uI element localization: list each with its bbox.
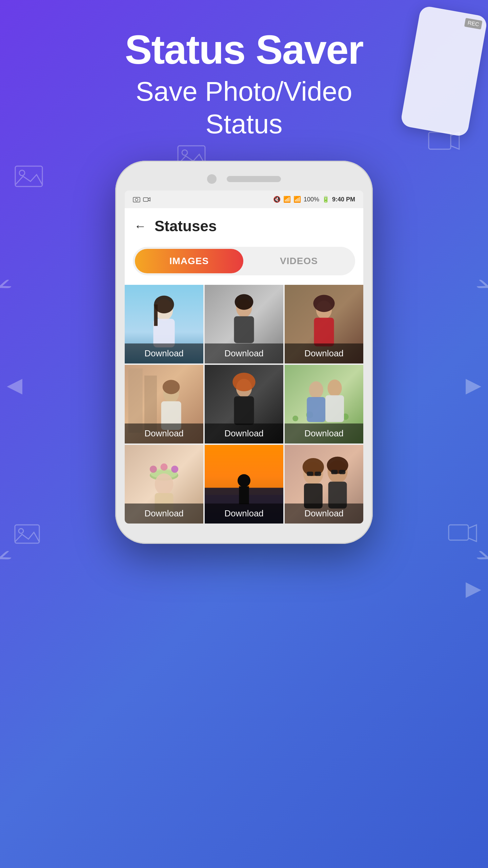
download-btn-8[interactable]: Download xyxy=(205,504,283,524)
video-icon-bottom-right xyxy=(447,522,478,546)
status-bar: 🔇 📶 📶 100% 🔋 9:40 PM xyxy=(125,191,363,208)
scissors-icon-right: ✂ xyxy=(471,268,488,305)
svg-rect-47 xyxy=(307,472,313,476)
svg-point-42 xyxy=(238,474,250,487)
phone-outer-shell: 🔇 📶 📶 100% 🔋 9:40 PM ← Statuses IMAGES V… xyxy=(115,161,373,544)
battery-icon: 🔋 xyxy=(322,196,329,203)
svg-point-3 xyxy=(182,150,187,155)
svg-rect-16 xyxy=(314,318,334,346)
play-icon-bottom-right: ▶ xyxy=(466,576,481,600)
svg-point-29 xyxy=(309,381,323,399)
white-phone-decoration: REC xyxy=(400,5,488,137)
svg-point-26 xyxy=(292,416,298,421)
svg-rect-53 xyxy=(339,470,345,474)
status-info-right: 🔇 📶 📶 100% 🔋 9:40 PM xyxy=(273,196,355,203)
download-btn-3[interactable]: Download xyxy=(285,343,363,363)
status-icons-left xyxy=(133,196,150,202)
grid-item-6[interactable]: Download xyxy=(285,365,363,443)
play-icon-left: ◀ xyxy=(7,373,22,397)
battery-percent: 100% xyxy=(304,196,319,203)
svg-rect-43 xyxy=(239,486,249,504)
svg-rect-54 xyxy=(15,525,39,543)
download-btn-2[interactable]: Download xyxy=(205,343,283,363)
svg-rect-52 xyxy=(331,470,338,474)
status-photo-icon xyxy=(133,196,140,202)
app-title: Status Saver xyxy=(125,27,363,72)
download-btn-6[interactable]: Download xyxy=(285,423,363,443)
grid-item-4[interactable]: Download xyxy=(125,365,203,443)
download-btn-5[interactable]: Download xyxy=(205,423,283,443)
svg-point-55 xyxy=(19,529,23,533)
grid-item-5[interactable]: Download xyxy=(205,365,283,443)
rec-label: REC xyxy=(464,18,483,29)
screen-title: Statuses xyxy=(155,218,217,235)
phone-screen: 🔇 📶 📶 100% 🔋 9:40 PM ← Statuses IMAGES V… xyxy=(125,191,363,524)
image-grid: Download Download xyxy=(125,285,363,524)
grid-item-9[interactable]: Download xyxy=(285,445,363,524)
svg-rect-7 xyxy=(143,198,148,201)
app-toolbar: ← Statuses xyxy=(125,208,363,241)
phone-mockup: 🔇 📶 📶 100% 🔋 9:40 PM ← Statuses IMAGES V… xyxy=(115,161,373,544)
tab-section: IMAGES VIDEOS xyxy=(125,241,363,285)
svg-rect-13 xyxy=(234,316,254,343)
tab-videos[interactable]: VIDEOS xyxy=(245,249,353,273)
phone-speaker xyxy=(227,176,281,182)
download-btn-7[interactable]: Download xyxy=(125,504,203,524)
download-btn-4[interactable]: Download xyxy=(125,423,203,443)
svg-point-14 xyxy=(235,294,253,310)
grid-item-3[interactable]: Download xyxy=(285,285,363,363)
svg-point-6 xyxy=(135,198,138,201)
grid-item-8[interactable]: Download xyxy=(205,445,283,524)
svg-point-31 xyxy=(328,379,342,397)
phone-top-bar xyxy=(125,174,363,184)
svg-point-22 xyxy=(163,380,180,394)
signal-icon: 📶 xyxy=(293,196,301,203)
download-btn-1[interactable]: Download xyxy=(125,343,203,363)
tab-images[interactable]: IMAGES xyxy=(135,249,243,273)
header-section: Status Saver Save Photo/VideoStatus xyxy=(125,0,363,140)
svg-point-17 xyxy=(313,295,334,312)
svg-rect-32 xyxy=(325,395,344,422)
svg-point-25 xyxy=(232,373,255,391)
svg-rect-48 xyxy=(315,472,321,476)
svg-rect-24 xyxy=(234,396,254,425)
svg-rect-18 xyxy=(128,369,143,433)
svg-rect-30 xyxy=(307,397,325,422)
grid-item-7[interactable]: Download xyxy=(125,445,203,524)
grid-item-1[interactable]: Download xyxy=(125,285,203,363)
svg-rect-56 xyxy=(449,525,468,540)
time-display: 9:40 PM xyxy=(332,196,355,203)
svg-rect-0 xyxy=(15,166,42,186)
mute-icon: 🔇 xyxy=(273,196,281,203)
svg-rect-5 xyxy=(133,197,140,202)
tab-container: IMAGES VIDEOS xyxy=(133,247,355,275)
back-button[interactable]: ← xyxy=(134,219,146,233)
grid-item-2[interactable]: Download xyxy=(205,285,283,363)
svg-point-1 xyxy=(19,170,25,176)
scissors-icon-left: ✂ xyxy=(0,268,17,305)
phone-camera xyxy=(207,174,217,184)
download-btn-9[interactable]: Download xyxy=(285,504,363,524)
play-icon-right: ▶ xyxy=(466,373,481,397)
wifi-icon: 📶 xyxy=(283,196,291,203)
image-icon-bottom-left xyxy=(14,522,41,547)
image-icon-left xyxy=(14,163,44,191)
svg-point-37 xyxy=(160,463,167,471)
app-subtitle: Save Photo/VideoStatus xyxy=(125,75,363,140)
svg-point-36 xyxy=(171,466,178,473)
svg-rect-4 xyxy=(429,132,451,149)
svg-rect-11 xyxy=(154,304,158,326)
svg-point-38 xyxy=(155,473,174,495)
status-video-icon xyxy=(143,196,150,202)
svg-point-35 xyxy=(150,466,157,473)
